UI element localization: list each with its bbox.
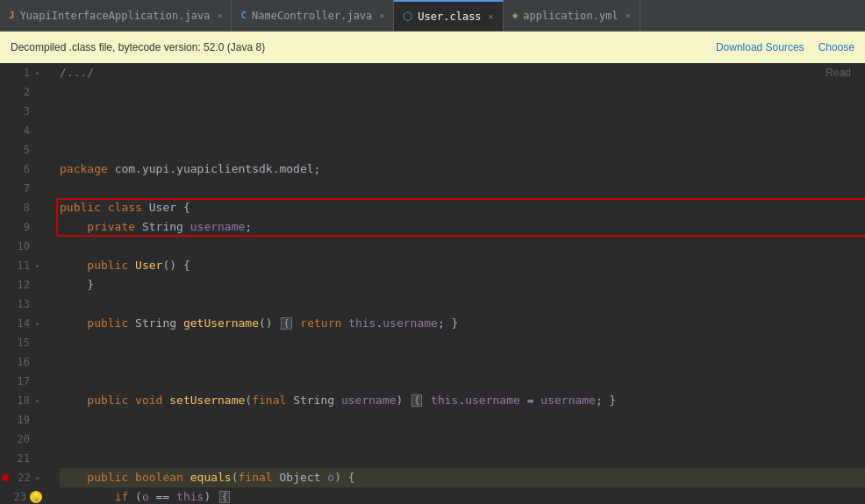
readonly-label: Read [826,63,851,82]
code-line-4 [60,121,865,140]
gutter-line-14: 14▸ [0,314,46,333]
gutter-line-6: 6 [0,160,46,179]
code-line-22: public boolean equals(final Object o) { [60,468,865,487]
code-line-12: } [60,275,865,295]
decompiled-message: Decompiled .class file, bytecode version… [11,41,265,53]
tab-appyml-label: application.yml [523,10,618,22]
code-line-15 [60,333,865,352]
gutter-line-1: 1 ▸ [0,63,46,82]
red-box-region: public class User { private String usern… [60,198,865,237]
tab-name[interactable]: C NameController.java ✕ [232,0,394,31]
gutter-line-15: 15 [0,333,46,352]
code-line-20 [60,429,865,449]
code-area[interactable]: Read /.../ package com.yupi.yuapiclients… [53,63,865,504]
fold-inline-18[interactable]: { [411,394,422,407]
download-sources-link[interactable]: Download Sources [716,41,804,53]
tab-yuapi[interactable]: J YuapiInterfaceApplication.java ✕ [0,0,232,31]
code-line-11: public User() { [60,256,865,275]
tab-appyml-close[interactable]: ✕ [626,11,631,20]
tab-bar: J YuapiInterfaceApplication.java ✕ C Nam… [0,0,865,32]
bulb-icon-23[interactable]: 💡 [30,491,42,503]
gutter-line-11: 11▸ [0,256,46,275]
tab-yuapi-label: YuapiInterfaceApplication.java [20,10,211,22]
code-line-5 [60,140,865,160]
editor: 1 ▸ 2 3 4 5 6 7 8 9 10 11▸ 12 13 14▸ 15 … [0,63,865,504]
code-line-7 [60,179,865,198]
gutter: 1 ▸ 2 3 4 5 6 7 8 9 10 11▸ 12 13 14▸ 15 … [0,63,53,504]
gutter-line-2: 2 [0,82,46,102]
code-line-17 [60,372,865,391]
code-line-13 [60,295,865,314]
choose-link[interactable]: Choose [819,41,854,53]
gutter-line-21: 21 [0,449,46,468]
yaml-icon: ◈ [512,10,518,21]
user-class-icon: ⬡ [403,10,412,23]
tab-user-close[interactable]: ✕ [489,11,494,21]
code-line-6: package com.yupi.yuapiclientsdk.model; [60,160,865,179]
fold-icon-1[interactable]: ▸ [33,68,42,77]
code-line-23: if (o == this) { [60,487,865,504]
gutter-line-16: 16 [0,352,46,372]
gutter-line-13: 13 [0,295,46,314]
info-bar: Decompiled .class file, bytecode version… [0,32,865,63]
line-num-1: 1 [12,63,30,82]
code-line-18: public void setUsername(final String use… [60,391,865,410]
gutter-line-10: 10 [0,237,46,256]
gutter-line-3: 3 [0,102,46,121]
java-c-icon: C [240,10,247,21]
gutter-line-22: → 22 ▸ [0,468,46,487]
gutter-line-12: 12 [0,275,46,295]
tab-user-label: User.class [418,11,481,23]
gutter-line-8: 8 [0,198,46,217]
tab-name-close[interactable]: ✕ [379,11,384,20]
gutter-line-18: 18▸ [0,391,46,410]
bookmark-icon-22 [2,474,9,481]
gutter-line-5: 5 [0,140,46,160]
gutter-line-23: 23 💡 [0,487,46,504]
code-line-16 [60,352,865,372]
tab-user[interactable]: ⬡ User.class ✕ [394,0,503,31]
gutter-line-9: 9 [0,217,46,237]
gutter-line-7: 7 [0,179,46,198]
code-line-2 [60,82,865,102]
tab-name-label: NameController.java [252,10,372,22]
code-line-9: private String username; [60,217,865,237]
code-line-21 [60,449,865,468]
gutter-line-4: 4 [0,121,46,140]
code-line-1: /.../ [60,63,865,82]
tab-yuapi-close[interactable]: ✕ [217,11,222,20]
code-line-10 [60,237,865,256]
gutter-line-19: 19 [0,410,46,429]
fold-inline-23[interactable]: { [219,491,230,503]
tab-appyml[interactable]: ◈ application.yml ✕ [504,0,640,31]
fold-inline-14[interactable]: { [281,317,291,330]
code-line-3 [60,102,865,121]
code-line-8: public class User { [60,198,865,217]
gutter-line-17: 17 [0,372,46,391]
code-line-19 [60,410,865,429]
gutter-line-20: 20 [0,429,46,449]
java-icon: J [9,10,15,21]
info-bar-actions: Download Sources Choose [716,41,854,53]
code-line-14: public String getUsername() { return thi… [60,314,865,333]
